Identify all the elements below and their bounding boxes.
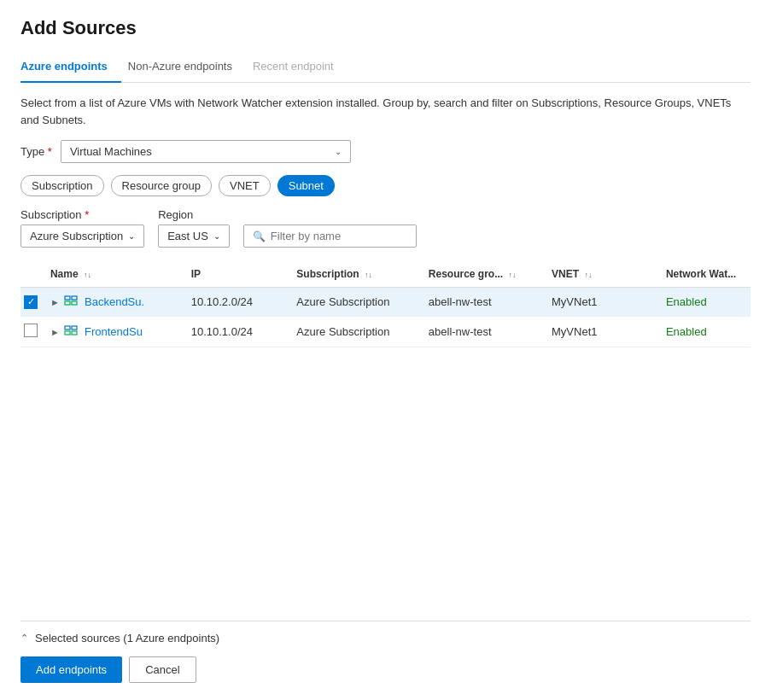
row1-checkbox-cell[interactable]: ✓ bbox=[20, 288, 47, 317]
col-header-name: Name ↑↓ bbox=[47, 261, 188, 288]
cancel-button[interactable]: Cancel bbox=[129, 656, 196, 683]
type-chevron-icon: ⌄ bbox=[335, 147, 342, 156]
row1-vnet: MyVNet1 bbox=[548, 288, 663, 317]
row1-subnet-icon bbox=[64, 295, 78, 308]
type-field-row: Type * Virtual Machines ⌄ bbox=[20, 140, 751, 163]
filter-subnet-button[interactable]: Subnet bbox=[277, 175, 335, 196]
row1-expander[interactable]: ► bbox=[50, 297, 60, 307]
row2-subnet-icon bbox=[64, 325, 78, 338]
subscription-label: Subscription * bbox=[20, 208, 144, 221]
table-header-row: Name ↑↓ IP Subscription ↑↓ Resource gro.… bbox=[20, 261, 751, 288]
spacer bbox=[20, 347, 751, 621]
name-sort-icon[interactable]: ↑↓ bbox=[84, 271, 91, 279]
row1-resource-group: abell-nw-test bbox=[425, 288, 548, 317]
vnet-sort-icon[interactable]: ↑↓ bbox=[584, 271, 592, 279]
search-box[interactable]: 🔍 bbox=[243, 225, 417, 248]
type-label: Type * bbox=[20, 145, 52, 158]
row2-resource-group: abell-nw-test bbox=[425, 316, 548, 347]
col-header-vnet: VNET ↑↓ bbox=[548, 261, 663, 288]
svg-rect-1 bbox=[72, 296, 77, 300]
row2-network-watcher: Enabled bbox=[663, 316, 751, 347]
row1-name[interactable]: BackendSu. bbox=[85, 295, 144, 308]
row1-network-watcher: Enabled bbox=[663, 288, 751, 317]
row2-checkbox-cell[interactable] bbox=[20, 316, 47, 347]
tabs-bar: Azure endpoints Non-Azure endpoints Rece… bbox=[20, 53, 751, 83]
filter-group: Subscription Resource group VNET Subnet bbox=[20, 175, 751, 196]
row2-subscription: Azure Subscription bbox=[293, 316, 425, 347]
row2-name[interactable]: FrontendSu bbox=[85, 325, 143, 338]
row2-name-cell: ► FrontendSu bbox=[47, 316, 188, 347]
col-header-resource-group: Resource gro... ↑↓ bbox=[425, 261, 548, 288]
filter-resource-group-button[interactable]: Resource group bbox=[111, 175, 213, 196]
subscription-sort-icon[interactable]: ↑↓ bbox=[365, 271, 372, 279]
svg-rect-7 bbox=[72, 331, 77, 335]
type-select[interactable]: Virtual Machines ⌄ bbox=[61, 140, 351, 163]
svg-rect-6 bbox=[65, 331, 70, 335]
rg-sort-icon[interactable]: ↑↓ bbox=[509, 271, 517, 279]
svg-rect-3 bbox=[72, 301, 77, 305]
tab-nonazure-endpoints[interactable]: Non-Azure endpoints bbox=[128, 53, 246, 83]
col-header-network-watcher: Network Wat... bbox=[663, 261, 751, 288]
region-chevron-icon: ⌄ bbox=[213, 231, 220, 241]
svg-rect-2 bbox=[65, 301, 70, 305]
chevron-up-icon[interactable]: ⌃ bbox=[20, 633, 28, 644]
action-buttons: Add endpoints Cancel bbox=[20, 656, 751, 683]
row2-ip: 10.10.1.0/24 bbox=[188, 316, 294, 347]
sources-table: Name ↑↓ IP Subscription ↑↓ Resource gro.… bbox=[20, 261, 751, 347]
page-title: Add Sources bbox=[20, 17, 751, 39]
filter-subscription-button[interactable]: Subscription bbox=[20, 175, 104, 196]
svg-rect-0 bbox=[65, 296, 70, 300]
bottom-section: ⌃ Selected sources (1 Azure endpoints) A… bbox=[20, 621, 751, 700]
row2-checkbox[interactable] bbox=[24, 324, 38, 337]
row1-ip: 10.10.2.0/24 bbox=[188, 288, 294, 317]
table-row: ✓ ► BackendSu. 10.10.2.0/24 A bbox=[20, 288, 751, 317]
svg-rect-4 bbox=[65, 326, 70, 330]
row1-checkbox[interactable]: ✓ bbox=[24, 295, 38, 309]
filter-fields-row: Subscription * Azure Subscription ⌄ Regi… bbox=[20, 208, 751, 248]
tab-recent-endpoint: Recent endpoint bbox=[253, 53, 348, 83]
filter-vnet-button[interactable]: VNET bbox=[219, 175, 271, 196]
col-header-subscription: Subscription ↑↓ bbox=[293, 261, 425, 288]
search-input[interactable] bbox=[271, 230, 407, 242]
search-icon: 🔍 bbox=[253, 230, 266, 242]
description-text: Select from a list of Azure VMs with Net… bbox=[20, 95, 751, 128]
col-header-checkbox bbox=[20, 261, 47, 288]
row2-vnet: MyVNet1 bbox=[548, 316, 663, 347]
selected-sources-row: ⌃ Selected sources (1 Azure endpoints) bbox=[20, 632, 751, 645]
row2-expander[interactable]: ► bbox=[50, 327, 60, 337]
subscription-dropdown[interactable]: Azure Subscription ⌄ bbox=[20, 225, 144, 248]
selected-sources-label: Selected sources (1 Azure endpoints) bbox=[35, 632, 219, 645]
row1-name-cell: ► BackendSu. bbox=[47, 288, 188, 317]
region-label: Region bbox=[158, 208, 230, 221]
subscription-group: Subscription * Azure Subscription ⌄ bbox=[20, 208, 144, 248]
tab-azure-endpoints[interactable]: Azure endpoints bbox=[20, 53, 121, 83]
col-header-ip: IP bbox=[188, 261, 294, 288]
svg-rect-5 bbox=[72, 326, 77, 330]
add-endpoints-button[interactable]: Add endpoints bbox=[20, 656, 122, 683]
subscription-chevron-icon: ⌄ bbox=[128, 231, 135, 241]
row1-subscription: Azure Subscription bbox=[293, 288, 425, 317]
region-dropdown[interactable]: East US ⌄ bbox=[158, 225, 230, 248]
region-group: Region East US ⌄ bbox=[158, 208, 230, 248]
table-row: ► FrontendSu 10.10.1.0/24 Azure Subscrip… bbox=[20, 316, 751, 347]
